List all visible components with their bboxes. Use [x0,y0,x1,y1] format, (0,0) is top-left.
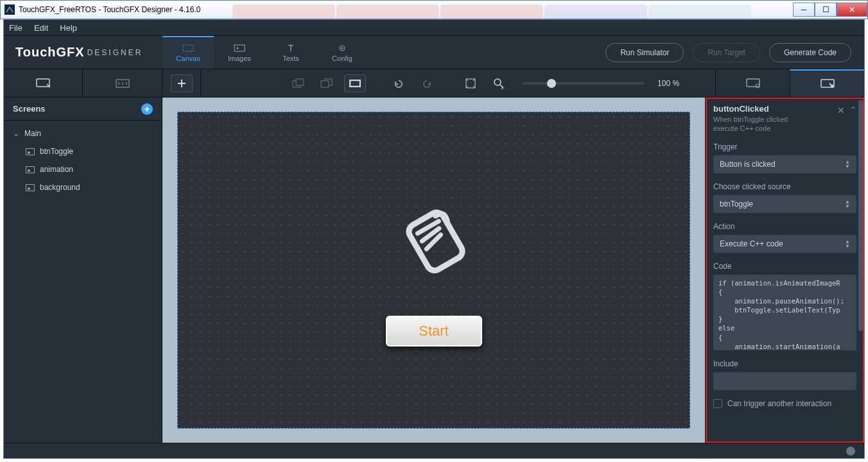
include-label: Include [713,359,856,368]
source-select[interactable]: btnToggle ▲▼ [713,195,856,213]
svg-text:1:1: 1:1 [501,85,505,89]
bg-tab [544,4,647,19]
interactions-tab[interactable] [817,75,838,93]
main-area: Screens + ⌄ Main btnToggle animation [4,98,864,443]
widget-icon [26,184,35,191]
tree-item[interactable]: btnToggle [4,142,162,160]
generate-code-button[interactable]: Generate Code [769,43,851,62]
bg-tab [336,4,439,19]
widget-icon [26,148,35,155]
trigger-value: Button is clicked [720,160,776,169]
include-input[interactable] [713,372,856,390]
brand-main: TouchGFX [15,45,85,60]
svg-rect-17 [321,81,329,87]
svg-point-21 [494,79,501,85]
interaction-desc-1: When btnToggle clicked [713,115,856,124]
bg-tab [648,4,751,19]
interaction-name[interactable]: buttonClicked [713,104,856,114]
widgets-tab[interactable] [112,74,134,92]
mode-config-label: Config [332,55,352,62]
collapse-interaction-icon[interactable]: ⌃ [850,105,856,114]
screen-tree: ⌄ Main btnToggle animation background [4,121,162,200]
minimize-button[interactable]: ─ [793,3,815,17]
tree-item-label: background [40,183,80,192]
close-button[interactable]: ✕ [837,3,867,17]
svg-rect-0 [4,4,15,15]
window-titlebar: TouchGFX_FreeRTOS - TouchGFX Designer - … [0,0,868,19]
chevron-down-icon: ⌄ [13,129,19,138]
spinner-icon: ▲▼ [841,235,854,253]
zoom-slider[interactable] [523,82,645,85]
config-icon [336,44,349,53]
send-back-icon[interactable] [316,74,338,92]
svg-rect-19 [351,81,360,86]
screens-tab[interactable] [32,74,54,92]
undo-button[interactable] [388,74,410,92]
menu-help[interactable]: Help [60,23,77,33]
zoom-thumb[interactable] [547,79,556,88]
action-value: Execute C++ code [720,239,783,248]
spinner-icon: ▲▼ [841,155,854,173]
code-textarea[interactable]: if (animation.isAnimatedImageR { animati… [713,275,856,350]
zoom-percent: 100 % [657,79,679,88]
bring-front-icon[interactable] [288,74,309,92]
properties-tab[interactable] [742,74,764,92]
mode-canvas-label: Canvas [176,55,200,62]
maximize-button[interactable]: ☐ [815,3,837,17]
tree-root-label: Main [24,129,41,138]
run-simulator-button[interactable]: Run Simulator [605,43,684,62]
brand-row: TouchGFX DESIGNER Canvas Images T Texts … [4,36,864,69]
zoom-reset-button[interactable]: 1:1 [488,74,510,92]
tree-item[interactable]: background [4,178,162,196]
mode-texts-label: Texts [282,55,299,62]
menubar: File Edit Help [4,20,864,36]
add-button[interactable] [171,74,193,92]
mode-images[interactable]: Images [214,36,265,69]
menu-edit[interactable]: Edit [34,23,48,33]
mode-config[interactable]: Config [317,36,368,69]
scrollbar[interactable] [858,100,863,331]
left-panel-header: Screens + [4,98,162,121]
delete-interaction-icon[interactable]: ✕ [837,105,845,116]
trigger-label: Trigger [713,142,856,151]
artboard[interactable]: Start [177,112,690,429]
tree-item[interactable]: animation [4,160,162,178]
can-trigger-checkbox[interactable]: Can trigger another interaction [713,399,856,408]
right-panel: buttonClicked When btnToggle clicked exe… [705,98,864,443]
svg-rect-2 [234,45,245,51]
tree-item-label: animation [40,165,73,174]
start-button-label: Start [419,323,448,339]
source-label: Choose clicked source [713,182,856,191]
checkbox-icon [713,399,722,408]
fit-screen-button[interactable] [460,74,482,92]
mode-canvas[interactable]: Canvas [162,36,214,69]
left-panel: Screens + ⌄ Main btnToggle animation [4,98,162,443]
action-select[interactable]: Execute C++ code ▲▼ [713,235,856,253]
interaction-desc-2: execute C++ code [713,124,856,133]
selection-tool[interactable] [344,74,366,92]
toolbar: 1:1 100 % [4,69,864,98]
trigger-select[interactable]: Button is clicked ▲▼ [713,155,856,173]
status-bar [4,443,864,458]
status-indicator-icon[interactable] [846,447,855,456]
svg-point-6 [342,47,343,49]
code-label: Code [713,262,856,271]
app-frame: File Edit Help TouchGFX DESIGNER Canvas … [3,19,865,459]
widget-icon [26,166,35,173]
touch-logo-icon [389,194,479,284]
app-icon [3,3,16,16]
brand-sub: DESIGNER [87,48,143,57]
add-screen-button[interactable]: + [141,103,153,115]
source-value: btnToggle [720,200,753,209]
menu-file[interactable]: File [9,23,22,33]
start-button[interactable]: Start [386,316,482,346]
run-target-button[interactable]: Run Target [693,43,759,62]
tree-root[interactable]: ⌄ Main [4,124,162,142]
can-trigger-label: Can trigger another interaction [727,399,831,408]
mode-texts[interactable]: T Texts [265,36,317,69]
screens-heading: Screens [13,104,46,114]
canvas-icon [182,44,195,53]
brand-logo: TouchGFX DESIGNER [4,36,162,69]
redo-button[interactable] [416,74,438,92]
canvas-viewport[interactable]: Start [162,98,705,443]
